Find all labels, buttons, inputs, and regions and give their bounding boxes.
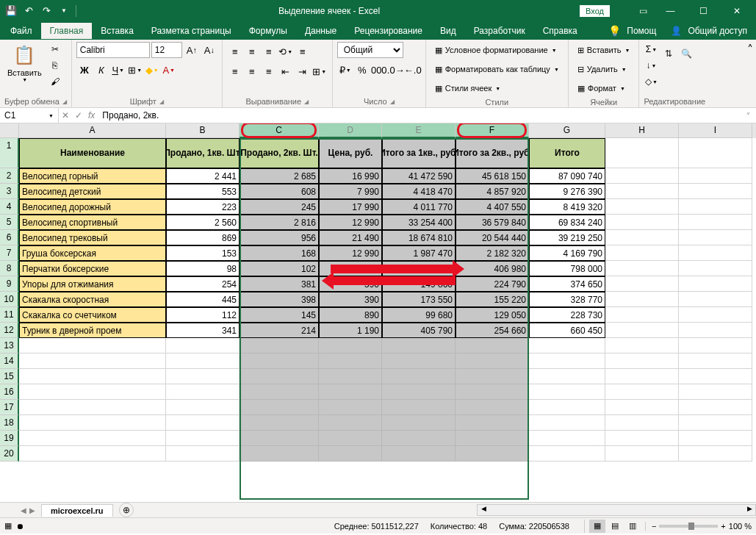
increase-indent-icon[interactable]: ⇥ — [295, 63, 311, 79]
decrease-font-icon[interactable]: A↓ — [201, 42, 217, 58]
cell[interactable] — [679, 384, 752, 400]
insert-cells-button[interactable]: ⊞Вставить▼ — [573, 42, 635, 58]
data-cell[interactable]: 2 816 — [240, 215, 319, 230]
cell[interactable] — [19, 369, 166, 384]
name-cell[interactable]: Велосипед спортивный — [19, 215, 166, 230]
prev-sheet-icon[interactable]: ◀ — [21, 506, 26, 514]
data-cell[interactable]: 224 790 — [456, 276, 529, 292]
cell[interactable] — [240, 446, 319, 462]
page-break-view-icon[interactable]: ▥ — [624, 520, 641, 533]
enter-formula-icon[interactable]: ✓ — [75, 110, 82, 121]
tell-me-icon[interactable]: 💡 — [608, 25, 621, 37]
tab-developer[interactable]: Разработчик — [465, 23, 534, 39]
row-header[interactable]: 17 — [0, 400, 19, 415]
cell[interactable] — [382, 446, 456, 462]
cell[interactable] — [529, 369, 605, 384]
row-header[interactable]: 6 — [0, 230, 19, 245]
data-cell[interactable] — [605, 215, 679, 230]
cell[interactable] — [605, 384, 679, 400]
cell[interactable] — [679, 338, 752, 353]
data-cell[interactable]: 4 857 920 — [456, 184, 529, 199]
data-cell[interactable]: 17 990 — [319, 199, 382, 215]
cell[interactable] — [529, 338, 605, 353]
col-header-f[interactable]: F — [456, 123, 529, 138]
row-header[interactable]: 14 — [0, 353, 19, 369]
cell[interactable] — [456, 353, 529, 369]
cell[interactable] — [382, 400, 456, 415]
cell[interactable] — [679, 431, 752, 446]
data-cell[interactable]: 33 254 400 — [382, 215, 456, 230]
data-cell[interactable]: 12 990 — [319, 215, 382, 230]
data-cell[interactable]: 328 770 — [529, 292, 605, 307]
horizontal-scrollbar[interactable]: ◀ ▶ — [477, 504, 756, 516]
data-cell[interactable] — [605, 261, 679, 276]
data-cell[interactable] — [679, 261, 752, 276]
cell[interactable] — [605, 431, 679, 446]
scroll-right-icon[interactable]: ▶ — [744, 505, 755, 515]
data-cell[interactable] — [605, 230, 679, 245]
cell[interactable] — [605, 400, 679, 415]
tab-data[interactable]: Данные — [296, 23, 345, 39]
name-cell[interactable]: Велосипед горный — [19, 168, 166, 184]
name-box[interactable]: C1▼ — [0, 108, 59, 123]
data-cell[interactable]: 20 544 440 — [456, 230, 529, 245]
data-cell[interactable]: 228 730 — [529, 307, 605, 323]
zoom-level[interactable]: 100 % — [729, 522, 752, 531]
cell[interactable] — [456, 446, 529, 462]
merge-cells-icon[interactable]: ⊞▼ — [312, 63, 328, 79]
zoom-out-button[interactable]: − — [652, 522, 656, 531]
cell[interactable] — [166, 431, 240, 446]
align-right-icon[interactable]: ≡ — [261, 63, 277, 79]
tab-insert[interactable]: Вставка — [92, 23, 143, 39]
dialog-launcher-icon[interactable]: ◢ — [304, 98, 309, 105]
name-cell[interactable]: Велосипед детский — [19, 184, 166, 199]
tab-home[interactable]: Главная — [41, 23, 93, 39]
col-header-i[interactable]: I — [679, 123, 752, 138]
cell[interactable] — [605, 446, 679, 462]
cell[interactable] — [240, 400, 319, 415]
data-cell[interactable] — [679, 230, 752, 245]
formula-input[interactable]: Продано, 2кв. — [98, 110, 741, 121]
align-left-icon[interactable]: ≡ — [227, 63, 243, 79]
data-cell[interactable]: 2 182 320 — [456, 245, 529, 261]
data-cell[interactable]: 2 685 — [240, 168, 319, 184]
tab-help[interactable]: Справка — [534, 23, 586, 39]
data-cell[interactable]: 405 790 — [382, 323, 456, 338]
data-cell[interactable]: 9 276 390 — [529, 184, 605, 199]
cell[interactable] — [240, 353, 319, 369]
cell[interactable] — [529, 384, 605, 400]
cell[interactable] — [382, 353, 456, 369]
cell[interactable] — [679, 138, 752, 168]
autosum-icon[interactable]: Σ▼ — [644, 42, 658, 57]
cell[interactable] — [240, 415, 319, 431]
header-cell[interactable]: Цена, руб. — [319, 138, 382, 168]
data-cell[interactable] — [679, 276, 752, 292]
cell[interactable] — [605, 415, 679, 431]
data-cell[interactable] — [605, 307, 679, 323]
data-cell[interactable]: 869 — [166, 230, 240, 245]
cell[interactable] — [240, 431, 319, 446]
data-cell[interactable]: 145 — [240, 307, 319, 323]
data-cell[interactable]: 39 219 250 — [529, 230, 605, 245]
cell[interactable] — [19, 384, 166, 400]
header-cell[interactable]: Наименование — [19, 138, 166, 168]
select-all-corner[interactable] — [0, 123, 19, 138]
col-header-d[interactable]: D — [319, 123, 382, 138]
clear-icon[interactable]: ◇▼ — [644, 74, 658, 89]
data-cell[interactable]: 254 660 — [456, 323, 529, 338]
comma-icon[interactable]: 000 — [371, 62, 387, 78]
row-header[interactable]: 18 — [0, 415, 19, 431]
tell-me-label[interactable]: Помощ — [627, 26, 656, 36]
tab-view[interactable]: Вид — [431, 23, 465, 39]
row-header[interactable]: 7 — [0, 245, 19, 261]
name-cell[interactable]: Скакалка со счетчиком — [19, 307, 166, 323]
cell[interactable] — [166, 369, 240, 384]
data-cell[interactable]: 608 — [240, 184, 319, 199]
header-cell[interactable]: Продано, 1кв. Шт. — [166, 138, 240, 168]
align-center-icon[interactable]: ≡ — [244, 63, 260, 79]
cell[interactable] — [605, 369, 679, 384]
cell[interactable] — [529, 415, 605, 431]
cell[interactable] — [240, 384, 319, 400]
row-header[interactable]: 4 — [0, 199, 19, 215]
cell[interactable] — [319, 384, 382, 400]
